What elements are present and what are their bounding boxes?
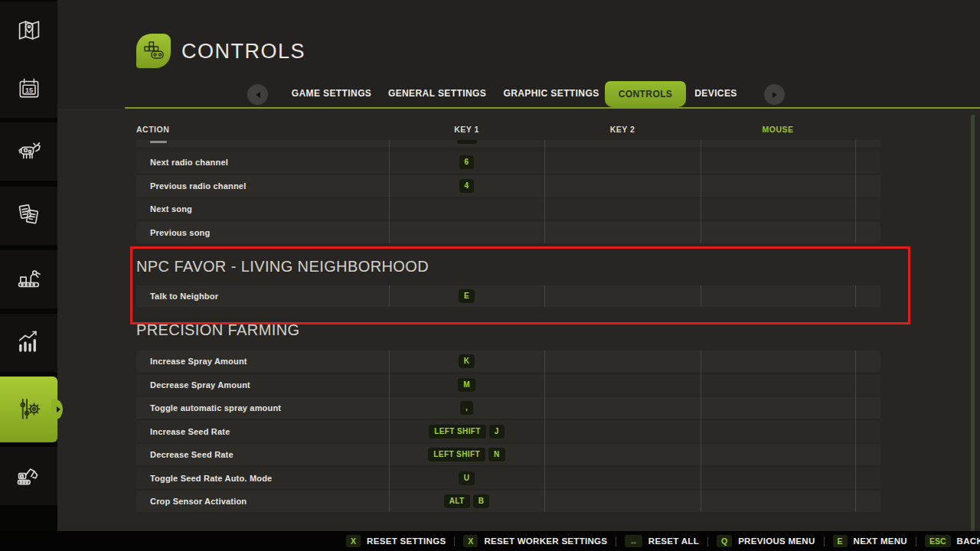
column-divider: [855, 285, 856, 307]
table-row-next-radio-channel[interactable]: Next radio channel6: [136, 152, 880, 173]
table-row-next-song[interactable]: Next song: [136, 198, 880, 220]
bottom-action-back[interactable]: ESCBACK: [925, 535, 980, 548]
sidebar-item-construction[interactable]: [0, 447, 57, 505]
tab-devices[interactable]: DEVICES: [694, 88, 737, 99]
action-hint-label: RESET WORKER SETTINGS: [484, 536, 607, 546]
column-header-key-2: KEY 2: [610, 125, 635, 134]
sidebar-item-calendar[interactable]: 15: [0, 60, 57, 118]
key-badge: M: [458, 378, 475, 392]
column-divider: [855, 350, 856, 512]
key-badge: B: [473, 494, 490, 508]
key-badge: E: [459, 289, 475, 303]
page-title: CONTROLS: [181, 40, 305, 64]
key1-cell[interactable]: K: [389, 354, 544, 368]
tab-game-settings[interactable]: GAME SETTINGS: [292, 88, 372, 99]
sidebar-item-statistics[interactable]: [0, 314, 57, 372]
key1-cell[interactable]: ,: [389, 401, 544, 415]
key1-cell[interactable]: ALTB: [389, 494, 544, 508]
bottom-action-previous-menu[interactable]: QPREVIOUS MENU: [717, 535, 815, 548]
action-label: [136, 140, 389, 143]
key1-cell[interactable]: 6: [389, 155, 544, 169]
bottom-action-next-menu[interactable]: ENEXT MENU: [833, 535, 907, 548]
column-header-mouse: MOUSE: [762, 125, 793, 134]
table-header: ACTIONKEY 1KEY 2MOUSE: [136, 125, 880, 137]
sidebar-item-animals[interactable]: [0, 122, 57, 181]
column-divider: [544, 350, 545, 512]
key-hint-badge: Q: [717, 535, 732, 548]
action-label: Toggle Seed Rate Auto. Mode: [136, 474, 389, 483]
rows-container: Increase Spray AmountKDecrease Spray Amo…: [136, 350, 880, 512]
key-hint-badge: X: [463, 535, 478, 548]
column-divider: [389, 285, 390, 307]
table-row-decrease-seed-rate[interactable]: Decrease Seed RateLEFT SHIFTN: [136, 444, 880, 465]
table-row-talk-to-neighbor[interactable]: Talk to NeighborE: [136, 285, 880, 307]
tab-general-settings[interactable]: GENERAL SETTINGS: [388, 88, 486, 99]
table-row-increase-seed-rate[interactable]: Increase Seed RateLEFT SHIFTJ: [136, 421, 880, 442]
column-divider: [701, 285, 701, 307]
tab-underline: [125, 107, 980, 109]
excavator-icon: [15, 461, 44, 491]
key-hint-badge: ESC: [925, 535, 951, 548]
key1-cell[interactable]: U: [389, 471, 544, 485]
bottom-bar: XRESET SETTINGSXRESET WORKER SETTINGS↔RE…: [0, 531, 980, 551]
key1-cell[interactable]: LEFT SHIFTN: [389, 448, 544, 461]
key1-cell[interactable]: LEFT SHIFTJ: [389, 425, 544, 439]
column-header-key-1: KEY 1: [454, 125, 479, 134]
table-row-toggle-seed-rate-auto-mode[interactable]: Toggle Seed Rate Auto. ModeU: [136, 468, 880, 489]
action-label: Increase Seed Rate: [136, 427, 389, 436]
divider: [707, 536, 708, 546]
table-row-toggle-automatic-spray-amount[interactable]: Toggle automatic spray amount,: [136, 397, 880, 419]
column-header-action: ACTION: [136, 125, 169, 134]
tab-controls[interactable]: CONTROLS: [605, 81, 686, 107]
chevron-left-icon: [256, 92, 260, 98]
production-icon: [15, 265, 44, 294]
sidebar-item-settings[interactable]: [0, 377, 57, 442]
tabs-next-button[interactable]: [764, 84, 785, 105]
table-row-previous-song[interactable]: Previous song: [136, 222, 880, 243]
action-label: Previous song: [136, 228, 389, 237]
statistics-icon: [15, 328, 44, 357]
key1-cell[interactable]: E: [389, 289, 544, 303]
action-hint-label: NEXT MENU: [854, 536, 907, 546]
key-badge: K: [459, 354, 475, 368]
divider: [616, 536, 616, 546]
action-label: Decrease Spray Amount: [136, 380, 389, 390]
column-divider: [389, 350, 390, 512]
table-row[interactable]: [136, 140, 880, 147]
key1-cell[interactable]: M: [389, 378, 544, 392]
bottom-action-reset-settings[interactable]: XRESET SETTINGS: [346, 535, 446, 548]
key-badge: ,: [460, 401, 473, 415]
binding-group-npc-favor-living-neighborhood: NPC FAVOR - LIVING NEIGHBORHOODTalk to N…: [136, 247, 880, 309]
action-hint-label: RESET SETTINGS: [367, 536, 446, 546]
bottom-action-reset-all[interactable]: ↔RESET ALL: [625, 535, 699, 548]
key-badge: N: [488, 448, 505, 461]
notch-arrow-icon: [57, 406, 60, 412]
divider: [916, 536, 916, 546]
sidebar-item-map[interactable]: [0, 2, 57, 60]
key-badge: J: [489, 425, 505, 439]
bottom-action-reset-worker-settings[interactable]: XRESET WORKER SETTINGS: [463, 535, 607, 548]
documents-icon: [15, 201, 44, 230]
rows-container: Talk to NeighborE: [136, 285, 880, 307]
key-badge: 4: [459, 179, 475, 193]
svg-text:15: 15: [24, 86, 32, 94]
column-divider: [544, 285, 545, 307]
sidebar-item-contracts[interactable]: [0, 187, 57, 245]
action-hint-label: RESET ALL: [648, 536, 699, 546]
divider: [454, 536, 455, 546]
tab-graphic-settings[interactable]: GRAPHIC SETTINGS: [503, 88, 599, 99]
key-badge: 6: [459, 155, 475, 169]
sidebar: 15: [0, 0, 57, 531]
table-row-previous-radio-channel[interactable]: Previous radio channel4: [136, 175, 880, 197]
column-divider: [855, 140, 856, 243]
table-row-increase-spray-amount[interactable]: Increase Spray AmountK: [136, 350, 880, 372]
scrollbar[interactable]: [971, 115, 975, 531]
table-row-crop-sensor-activation[interactable]: Crop Sensor ActivationALTB: [136, 491, 880, 512]
key1-cell[interactable]: 4: [389, 179, 544, 193]
key1-cell[interactable]: [389, 140, 544, 144]
binding-group: Next radio channel6Previous radio channe…: [136, 140, 880, 245]
sidebar-item-production[interactable]: [0, 250, 57, 308]
table-row-decrease-spray-amount[interactable]: Decrease Spray AmountM: [136, 374, 880, 396]
column-divider: [701, 140, 701, 243]
tabs-prev-button[interactable]: [247, 84, 268, 105]
